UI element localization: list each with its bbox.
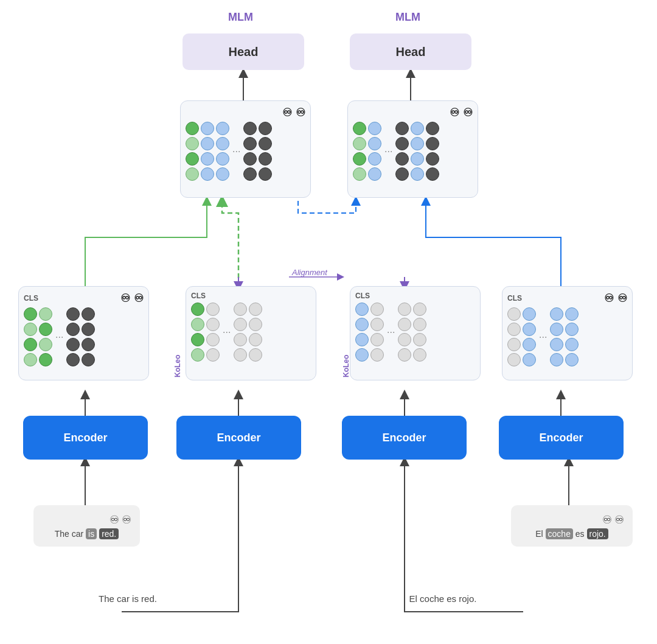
mlm-label-2: MLM (395, 11, 420, 24)
cls-label-4: CLS (507, 294, 522, 303)
glasses-icon-1: ♾ (282, 106, 292, 119)
encoder-label-1: Encoder (63, 432, 107, 444)
encoder-label-2: Encoder (217, 432, 260, 444)
koleo-label-2: KoLeo (342, 298, 350, 377)
glasses-icon-3: ♾ (450, 106, 459, 119)
token-red: red. (99, 528, 119, 539)
head-label-2: Head (396, 45, 426, 59)
encoder-1: Encoder (23, 416, 148, 460)
glasses-icon-6: ♾ (134, 292, 144, 305)
encoder-4: Encoder (499, 416, 624, 460)
token-group-4: CLS ♾ ♾ ··· (502, 286, 633, 380)
koleo-label-1: KoLeo (173, 298, 182, 377)
glasses-icon-8: ♾ (617, 292, 627, 305)
diagram: MLM MLM Head Head ♾ ♾ (0, 0, 657, 644)
encoder-label-3: Encoder (382, 432, 426, 444)
glasses-icon-2: ♾ (296, 106, 305, 119)
glasses-icon-inp1a: ♾ (109, 513, 119, 527)
input-box-1: ♾ ♾ The car is red. (33, 505, 140, 547)
token-group-center-left: ♾ ♾ (180, 100, 311, 198)
glasses-icon-inp2a: ♾ (602, 513, 612, 527)
head-label-1: Head (229, 45, 259, 59)
bottom-text-2: El coche es rojo. (376, 593, 510, 604)
encoder-2: Encoder (176, 416, 301, 460)
cls-label-2: CLS (191, 292, 206, 300)
token-group-center-right: ♾ ♾ ··· (347, 100, 478, 198)
glasses-icon-7: ♾ (604, 292, 614, 305)
glasses-icon-inp2b: ♾ (614, 513, 624, 527)
mlm-label-1: MLM (228, 11, 253, 24)
head-box-1: Head (182, 33, 304, 70)
head-box-2: Head (350, 33, 471, 70)
cls-label-3: CLS (355, 292, 370, 300)
token-coche: coche (546, 528, 573, 539)
glasses-icon-4: ♾ (463, 106, 473, 119)
encoder-label-4: Encoder (539, 432, 583, 444)
cls-label-1: CLS (24, 294, 38, 303)
token-group-2: CLS ··· (186, 286, 316, 380)
input-box-2: ♾ ♾ El coche es rojo. (511, 505, 633, 547)
glasses-icon-inp1b: ♾ (122, 513, 131, 527)
token-rojo: rojo. (587, 528, 608, 539)
alignment-label: Alignment (292, 268, 327, 277)
token-group-3: CLS ··· (350, 286, 481, 380)
bottom-text-1: The car is red. (67, 593, 189, 604)
token-is: is (86, 528, 97, 539)
token-group-1: CLS ♾ ♾ ··· (18, 286, 149, 380)
encoder-3: Encoder (342, 416, 467, 460)
glasses-icon-5: ♾ (120, 292, 130, 305)
